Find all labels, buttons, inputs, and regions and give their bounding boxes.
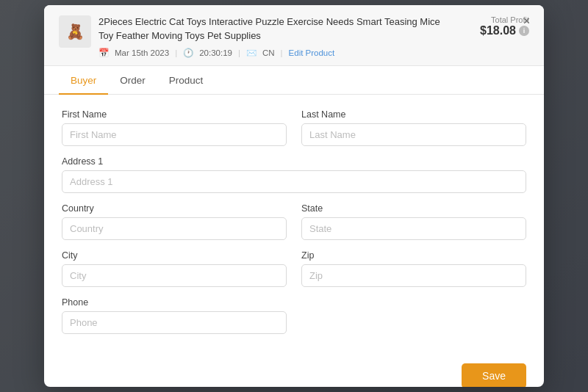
- address1-label: Address 1: [62, 156, 526, 167]
- country-state-row: Country State: [62, 203, 526, 240]
- modal-footer: Save: [44, 356, 544, 387]
- address-row: Address 1: [62, 156, 526, 193]
- divider2: |: [238, 48, 240, 57]
- order-detail-modal: × 🧸 2Pieces Electric Cat Toys Interactiv…: [44, 5, 544, 387]
- calendar-icon: 📅: [98, 48, 109, 58]
- close-button[interactable]: ×: [520, 14, 534, 29]
- tab-product[interactable]: Product: [157, 66, 215, 95]
- tab-order[interactable]: Order: [108, 66, 157, 95]
- state-group: State: [301, 203, 526, 240]
- state-input[interactable]: [301, 217, 526, 240]
- profit-value: $18.08: [480, 24, 516, 37]
- last-name-group: Last Name: [301, 109, 526, 146]
- first-name-input[interactable]: [62, 123, 287, 146]
- country-group: Country: [62, 203, 287, 240]
- product-meta: 📅 Mar 15th 2023 | 🕐 20:30:19 | ✉️ CN | E…: [98, 48, 451, 58]
- country-label: Country: [62, 203, 287, 214]
- last-name-label: Last Name: [301, 109, 526, 120]
- city-label: City: [62, 250, 287, 261]
- edit-product-link[interactable]: Edit Product: [289, 48, 335, 57]
- product-header: 🧸 2Pieces Electric Cat Toys Interactive …: [44, 5, 544, 66]
- tab-buyer[interactable]: Buyer: [59, 66, 108, 95]
- country-input[interactable]: [62, 217, 287, 240]
- city-input[interactable]: [62, 264, 287, 287]
- product-date: Mar 15th 2023: [115, 48, 169, 57]
- product-title: 2Pieces Electric Cat Toys Interactive Pu…: [98, 15, 451, 43]
- state-label: State: [301, 203, 526, 214]
- product-country: CN: [262, 48, 275, 57]
- zip-input[interactable]: [301, 264, 526, 287]
- zip-group: Zip: [301, 250, 526, 287]
- phone-row: Phone: [62, 297, 526, 334]
- city-zip-row: City Zip: [62, 250, 526, 287]
- divider1: |: [175, 48, 177, 57]
- phone-input[interactable]: [62, 311, 287, 334]
- first-name-label: First Name: [62, 109, 287, 120]
- product-time: 20:30:19: [199, 48, 232, 57]
- first-name-group: First Name: [62, 109, 287, 146]
- save-button[interactable]: Save: [462, 363, 526, 387]
- clock-icon: 🕐: [183, 48, 193, 58]
- flag-icon: ✉️: [246, 48, 257, 58]
- city-group: City: [62, 250, 287, 287]
- divider3: |: [281, 48, 283, 57]
- name-row: First Name Last Name: [62, 109, 526, 146]
- address1-input[interactable]: [62, 170, 526, 193]
- product-image: 🧸: [59, 15, 91, 48]
- address1-group: Address 1: [62, 156, 526, 193]
- product-image-icon: 🧸: [66, 23, 85, 40]
- tab-bar: Buyer Order Product: [44, 66, 544, 95]
- zip-label: Zip: [301, 250, 526, 261]
- buyer-form: First Name Last Name Address 1 Country: [44, 95, 544, 356]
- phone-group: Phone: [62, 297, 287, 334]
- last-name-input[interactable]: [301, 123, 526, 146]
- phone-label: Phone: [62, 297, 287, 308]
